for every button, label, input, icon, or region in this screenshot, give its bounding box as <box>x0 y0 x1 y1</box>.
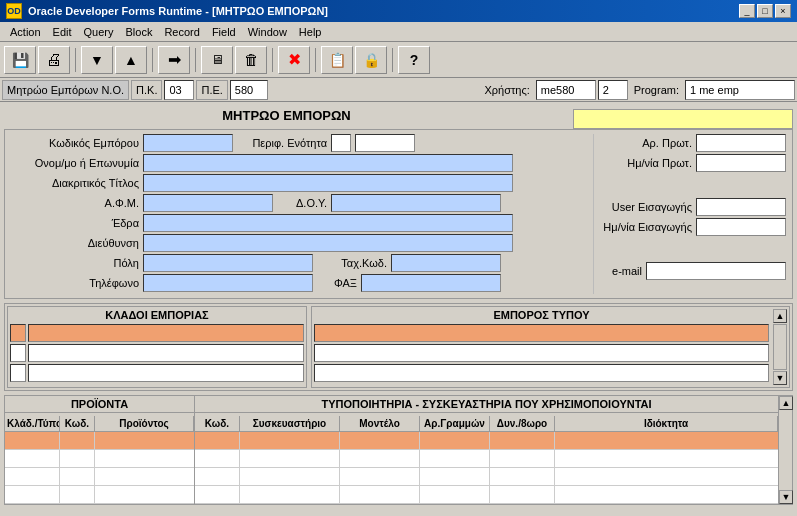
maximize-button[interactable]: □ <box>757 4 773 18</box>
prod-cell-1c[interactable] <box>95 432 194 449</box>
email-input[interactable] <box>646 262 786 280</box>
fax-input[interactable] <box>361 274 501 292</box>
prod-cell-1b[interactable] <box>60 432 95 449</box>
menu-window[interactable]: Window <box>242 24 293 40</box>
tc4e[interactable] <box>490 486 555 503</box>
thlefwno-input[interactable] <box>143 274 313 292</box>
tc3e[interactable] <box>490 468 555 485</box>
prod-cell-1a[interactable] <box>5 432 60 449</box>
dieuthynsh-input[interactable] <box>143 234 513 252</box>
menu-action[interactable]: Action <box>4 24 47 40</box>
tc4d[interactable] <box>420 486 490 503</box>
status-pk-value[interactable]: 03 <box>164 80 194 100</box>
next-record-button[interactable]: ➡ <box>158 46 190 74</box>
prod-cell-4b[interactable] <box>60 486 95 503</box>
scroll-up-button[interactable]: ▲ <box>115 46 147 74</box>
col-kwd2: Κωδ. <box>195 416 240 431</box>
menu-record[interactable]: Record <box>158 24 205 40</box>
menu-edit[interactable]: Edit <box>47 24 78 40</box>
tc2c[interactable] <box>340 450 420 467</box>
onoma-input[interactable] <box>143 154 513 172</box>
status-pe-value[interactable]: 580 <box>230 80 268 100</box>
prod-cell-2a[interactable] <box>5 450 60 467</box>
tc3a[interactable] <box>195 468 240 485</box>
taxkwd-input[interactable] <box>391 254 501 272</box>
tc1f[interactable] <box>555 432 778 449</box>
perifereiakh-input2[interactable] <box>355 134 415 152</box>
status-program-value[interactable]: 1 me emp <box>685 80 795 100</box>
tc3b[interactable] <box>240 468 340 485</box>
tc2e[interactable] <box>490 450 555 467</box>
print-button[interactable]: 🖨 <box>38 46 70 74</box>
hm-eisagwghs-input[interactable] <box>696 218 786 236</box>
delete-button[interactable]: ✖ <box>278 46 310 74</box>
menu-help[interactable]: Help <box>293 24 328 40</box>
save-button[interactable]: 💾 <box>4 46 36 74</box>
tc3f[interactable] <box>555 468 778 485</box>
kladoi-section: ΚΛΑΔΟΙ ΕΜΠΟΡΙΑΣ ΕΜΠΟΡΟΣ ΤΥΠΟΥ <box>4 303 793 391</box>
tc1b[interactable] <box>240 432 340 449</box>
prod-cell-3a[interactable] <box>5 468 60 485</box>
status-user-value[interactable]: me580 <box>536 80 596 100</box>
tc3d[interactable] <box>420 468 490 485</box>
prod-cell-2c[interactable] <box>95 450 194 467</box>
sedra-input[interactable] <box>143 214 513 232</box>
status-num-value[interactable]: 2 <box>598 80 628 100</box>
perifereiakh-input1[interactable] <box>331 134 351 152</box>
emporos-cell-2[interactable] <box>314 344 769 362</box>
kladoi-cell-2b[interactable] <box>28 344 304 362</box>
tc1c[interactable] <box>340 432 420 449</box>
user-eisagwghs-input[interactable] <box>696 198 786 216</box>
kladoi-cell-1b[interactable] <box>28 324 304 342</box>
help-button[interactable]: ? <box>398 46 430 74</box>
typop-scroll-down[interactable]: ▼ <box>779 490 793 504</box>
polh-input[interactable] <box>143 254 313 272</box>
minimize-button[interactable]: _ <box>739 4 755 18</box>
typop-row-2 <box>195 450 778 468</box>
tc4c[interactable] <box>340 486 420 503</box>
diakritikos-input[interactable] <box>143 174 513 192</box>
clear-button[interactable]: 🗑 <box>235 46 267 74</box>
close-button[interactable]: × <box>775 4 791 18</box>
kladoi-cell-1a[interactable] <box>10 324 26 342</box>
tc2a[interactable] <box>195 450 240 467</box>
typop-row-4 <box>195 486 778 504</box>
afm-input[interactable] <box>143 194 273 212</box>
prod-cell-4a[interactable] <box>5 486 60 503</box>
scroll-down-button[interactable]: ▼ <box>81 46 113 74</box>
tc3c[interactable] <box>340 468 420 485</box>
kladoi-cell-3a[interactable] <box>10 364 26 382</box>
tc4a[interactable] <box>195 486 240 503</box>
emporos-cell-1[interactable] <box>314 324 769 342</box>
menu-field[interactable]: Field <box>206 24 242 40</box>
ar-prwt-input[interactable] <box>696 134 786 152</box>
hm-prwt-input[interactable] <box>696 154 786 172</box>
kladoi-cell-3b[interactable] <box>28 364 304 382</box>
kladoi-cell-2a[interactable] <box>10 344 26 362</box>
tc1d[interactable] <box>420 432 490 449</box>
emporos-cell-3[interactable] <box>314 364 769 382</box>
doy-input[interactable] <box>331 194 501 212</box>
tc2d[interactable] <box>420 450 490 467</box>
prod-cell-3b[interactable] <box>60 468 95 485</box>
screen-button[interactable]: 🖥 <box>201 46 233 74</box>
tc2f[interactable] <box>555 450 778 467</box>
prod-cell-4c[interactable] <box>95 486 194 503</box>
tc1e[interactable] <box>490 432 555 449</box>
copy-button[interactable]: 📋 <box>321 46 353 74</box>
tc2b[interactable] <box>240 450 340 467</box>
emporos-row-1 <box>314 324 769 342</box>
scroll-up-btn[interactable]: ▲ <box>773 309 787 323</box>
menu-block[interactable]: Block <box>120 24 159 40</box>
prod-cell-3c[interactable] <box>95 468 194 485</box>
kwdikos-input[interactable] <box>143 134 233 152</box>
tc1a[interactable] <box>195 432 240 449</box>
menu-query[interactable]: Query <box>78 24 120 40</box>
lock-button[interactable]: 🔒 <box>355 46 387 74</box>
scroll-down-btn[interactable]: ▼ <box>773 371 787 385</box>
prod-cell-2b[interactable] <box>60 450 95 467</box>
thlefwno-row: Τηλέφωνο ΦΑΞ <box>9 274 587 292</box>
tc4b[interactable] <box>240 486 340 503</box>
tc4f[interactable] <box>555 486 778 503</box>
typop-scroll-up[interactable]: ▲ <box>779 396 793 410</box>
